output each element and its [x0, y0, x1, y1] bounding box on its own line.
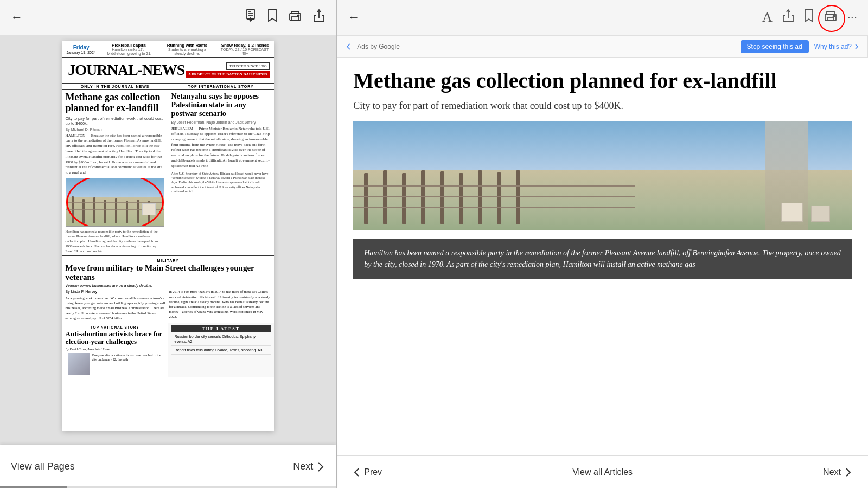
mil-content: By Linda F. Harvey As a growing workforc… — [66, 289, 271, 320]
caption-text: Hamilton has been named a responsible pa… — [364, 249, 841, 268]
newspaper: Friday January 19, 2024 Pickleball capit… — [62, 41, 274, 431]
article-body: Methane gas collection planned for ex-la… — [337, 58, 868, 333]
svg-rect-6 — [292, 17, 298, 20]
header-right: TRUSTED SINCE 1898 A PRODUCT OF THE DAYT… — [186, 62, 270, 78]
main-columns: ONLY IN THE JOURNAL-NEWS Methane gas col… — [62, 84, 274, 256]
main-text-cont: Hamilton has named a responsible party t… — [66, 229, 164, 253]
intl-headline: Netanyahu says he opposes Palestinian st… — [171, 92, 271, 118]
share-icon-right[interactable] — [782, 9, 794, 26]
article-headline: Methane gas collection planned for ex-la… — [353, 69, 852, 93]
fence-post-2 — [383, 170, 387, 224]
fence-wire-2 — [353, 196, 635, 197]
chevron-left-icon — [353, 467, 361, 477]
prev-label: Prev — [364, 467, 382, 477]
main-text: HAMILTON — Because the city has been nam… — [66, 133, 164, 176]
intl-story: Netanyahu says he opposes Palestinian st… — [168, 90, 274, 196]
back-icon[interactable]: ← — [11, 10, 23, 24]
intl-cont: After U.S. Secretary of State Antony Bli… — [171, 171, 271, 194]
day-label: Friday — [73, 44, 90, 50]
fence-post-3 — [402, 173, 406, 224]
bookmark-icon-right[interactable] — [804, 9, 814, 26]
print-svg — [824, 10, 838, 22]
right-toolbar-left: ← — [348, 10, 360, 24]
main-story: Methane gas collection planned for ex-la… — [62, 90, 168, 255]
right-bottom-bar: Prev View all Articles Next — [337, 455, 868, 488]
ads-back-icon[interactable] — [345, 43, 353, 50]
newspaper-header: JOURNAL-NEWS TRUSTED SINCE 1898 A PRODUC… — [62, 58, 274, 84]
intl-label: TOP INTERNATIONAL STORY — [168, 84, 274, 90]
main-headline: Methane gas collection planned for ex-la… — [66, 92, 164, 114]
newspaper-container: Friday January 19, 2024 Pickleball capit… — [0, 35, 336, 445]
snow-sub: TODAY: 23 / 10 FORECAST: 40+ — [221, 48, 270, 55]
view-all-articles-button[interactable]: View all Articles — [572, 467, 633, 477]
ads-label: Ads by Google — [357, 43, 400, 50]
left-toolbar-right — [245, 9, 325, 26]
pickleball-item: Pickleball capital Hamilton ranks 17th. … — [105, 43, 154, 55]
military-story: MILITARY Move from military to Main Stre… — [62, 256, 274, 322]
share-icon-left[interactable] — [313, 9, 325, 26]
next-button-left[interactable]: Next — [293, 461, 325, 472]
prev-button[interactable]: Prev — [353, 467, 382, 477]
fence-post-9 — [516, 170, 520, 224]
latest-item-2: Report finds falls during Uvalde, Texas,… — [171, 346, 271, 355]
download-icon[interactable] — [245, 9, 257, 26]
image-scene — [66, 178, 164, 226]
chevron-right-icon-left — [316, 461, 325, 472]
left-panel: ← — [0, 0, 336, 488]
left-toolbar: ← — [0, 0, 336, 35]
only-label: ONLY IN THE JOURNAL-NEWS — [62, 84, 168, 90]
print-button-circled[interactable] — [824, 10, 838, 24]
intl-story-col: TOP INTERNATIONAL STORY Netanyahu says h… — [168, 84, 274, 255]
back-icon-right[interactable]: ← — [348, 10, 360, 24]
next-button-right[interactable]: Next — [823, 467, 852, 477]
progress-track — [0, 486, 336, 488]
why-ad-button[interactable]: Why this ad? — [814, 43, 860, 50]
date-text: January 19, 2024 — [67, 50, 96, 54]
article-image — [353, 121, 852, 230]
anti-story: TOP NATIONAL STORY Anti-abortion activis… — [62, 323, 168, 377]
text-size-icon[interactable]: A — [762, 9, 773, 25]
anti-text: One year after abortion activists have m… — [92, 353, 164, 375]
pickleball-sub: Hamilton ranks 17th. Middletown growing … — [105, 48, 154, 55]
fence-wire-1 — [353, 185, 635, 187]
right-toolbar: ← A — [337, 0, 868, 35]
main-story-col: ONLY IN THE JOURNAL-NEWS Methane gas col… — [62, 84, 168, 255]
why-ad-label: Why this ad? — [814, 43, 852, 50]
mil-col2: in 2014 to just more than 5% in 2014 to … — [169, 289, 271, 320]
ads-buttons: Stop seeing this ad Why this ad? — [741, 40, 860, 53]
anti-image — [68, 353, 90, 375]
svg-point-12 — [833, 16, 834, 17]
newspaper-title: JOURNAL-NEWS — [68, 61, 184, 79]
fence-post-7 — [478, 170, 482, 224]
mil-label: MILITARY — [66, 259, 271, 262]
next-label-right: Next — [823, 467, 841, 477]
mil-headline: Move from military to Main Street challe… — [66, 264, 271, 282]
date-item: Friday January 19, 2024 — [67, 44, 96, 54]
right-panel: ← A — [337, 0, 868, 488]
main-subhed: City to pay for part of remediation work… — [66, 116, 164, 126]
snow-item: Snow today, 1-2 inches TODAY: 23 / 10 FO… — [221, 43, 270, 55]
building2 — [811, 206, 830, 222]
anti-headline: Anti-abortion activists brace for electi… — [66, 330, 164, 346]
anti-content: One year after abortion activists have m… — [66, 353, 164, 375]
intl-text: JERUSALEM — Prime Minister Benjamin Neta… — [171, 126, 271, 169]
fence-post-5 — [440, 171, 444, 224]
rams-sub: Students are making a steady decline. — [163, 48, 212, 55]
stop-ad-button[interactable]: Stop seeing this ad — [741, 40, 809, 53]
left-toolbar-left: ← — [11, 10, 23, 24]
rams-item: Running with Rams Students are making a … — [163, 43, 212, 55]
bottom-stories: TOP NATIONAL STORY Anti-abortion activis… — [62, 323, 274, 377]
fence-post-4 — [421, 170, 425, 224]
pickleball-headline: Pickleball capital — [112, 43, 146, 48]
article-subhed: City to pay for part of remediation work… — [353, 99, 852, 113]
svg-rect-11 — [827, 17, 834, 21]
ads-bar: Ads by Google Stop seeing this ad Why th… — [337, 35, 868, 58]
print-icon-left[interactable] — [288, 10, 302, 25]
mil-text1: As a growing workforce of vet. Who own s… — [66, 296, 167, 320]
share-svg — [782, 9, 794, 23]
view-all-pages-button[interactable]: View all Pages — [11, 461, 75, 472]
latest-label: THE LATEST — [171, 325, 271, 332]
fence-post-1 — [364, 173, 368, 224]
more-icon[interactable]: ··· — [847, 10, 857, 24]
bookmark-icon[interactable] — [267, 9, 277, 26]
